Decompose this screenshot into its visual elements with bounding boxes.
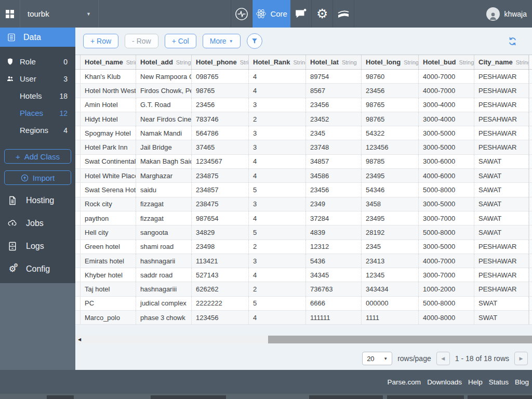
- cell-hotel_lat[interactable]: 2349: [306, 197, 362, 211]
- cell-hotel_rank[interactable]: 3: [249, 254, 306, 268]
- cell-hotel_name[interactable]: Hotel Park Inn: [81, 140, 136, 154]
- cell-hotel_lat[interactable]: 12312: [306, 240, 362, 254]
- cell-city_name[interactable]: SWAT: [474, 311, 529, 324]
- cell-hotel_bud[interactable]: 3000-4000: [419, 112, 474, 126]
- column-header-hotel_phone[interactable]: Hotel_phoneString: [192, 55, 249, 69]
- cell-hotel_add[interactable]: sangoota: [136, 225, 192, 239]
- vertical-scrollbar-track[interactable]: [529, 282, 532, 296]
- cell-hotel_name[interactable]: Khyber hotel: [81, 268, 136, 282]
- cell-hotel_phone[interactable]: 234857: [192, 183, 249, 196]
- sidebar-item-hosting[interactable]: Hosting: [0, 189, 75, 212]
- sidebar-item-hotels[interactable]: Hotels18: [0, 87, 75, 104]
- cell-hotel_bud[interactable]: 3000-4000: [419, 98, 474, 112]
- cell-hotel_bud[interactable]: 1000-2000: [419, 282, 474, 296]
- cell-hotel_lat[interactable]: 2345: [306, 126, 362, 140]
- cell-city_name[interactable]: SAWAT: [474, 197, 529, 211]
- footer-link-help[interactable]: Help: [468, 378, 483, 386]
- cell-hotel_bud[interactable]: 3000-5000: [419, 140, 474, 154]
- cell-hotel_add[interactable]: Makan Bagh Saidu S...: [136, 155, 192, 168]
- cell-hotel_long[interactable]: 98785: [362, 155, 419, 168]
- cell-hotel_bud[interactable]: 3000-5000: [419, 126, 474, 140]
- cell-hotel_long[interactable]: 2345: [362, 240, 419, 254]
- filter-button[interactable]: [247, 33, 262, 49]
- cell-hotel_phone[interactable]: 113421: [192, 254, 249, 268]
- cell-hotel_phone[interactable]: 98765: [192, 84, 249, 97]
- table-row[interactable]: Khyber hotelsaddr road527143434345123453…: [75, 268, 532, 282]
- cell-hotel_lat[interactable]: 34586: [306, 169, 362, 182]
- cell-hotel_long[interactable]: 23495: [362, 211, 419, 225]
- vertical-scrollbar-track[interactable]: [529, 84, 532, 97]
- sidebar-item-places[interactable]: Places12: [0, 104, 75, 122]
- cell-hotel_phone[interactable]: 123456: [192, 311, 249, 324]
- vertical-scrollbar-track[interactable]: [529, 197, 532, 211]
- cell-hotel_phone[interactable]: 37465: [192, 140, 249, 154]
- cell-hotel_name[interactable]: Hotel North West He...: [81, 84, 136, 97]
- column-header-hotel_long[interactable]: Hotel_longString: [362, 55, 419, 69]
- cell-hotel_phone[interactable]: 1234567: [192, 155, 249, 168]
- cell-city_name[interactable]: PESHAWAR: [474, 240, 529, 254]
- cell-hotel_phone[interactable]: 23456: [192, 98, 249, 112]
- cell-hotel_phone[interactable]: 564786: [192, 126, 249, 140]
- vertical-scrollbar-track[interactable]: [529, 155, 532, 168]
- cell-hotel_name[interactable]: Khan's Klub: [81, 70, 136, 83]
- cell-hotel_lat[interactable]: 4839: [306, 225, 362, 239]
- cell-hotel_long[interactable]: 54322: [362, 126, 419, 140]
- column-header-city_name[interactable]: City_nameString: [474, 55, 529, 69]
- cell-hotel_bud[interactable]: 3000-6000: [419, 155, 474, 168]
- cell-hotel_lat[interactable]: 89754: [306, 70, 362, 83]
- rows-per-page-select[interactable]: 20 ▼: [362, 352, 392, 365]
- cell-hotel_rank[interactable]: 4: [249, 211, 306, 225]
- vertical-scrollbar-track[interactable]: [529, 254, 532, 268]
- sidebar-item-jobs[interactable]: Jobs: [0, 212, 75, 235]
- cell-hotel_rank[interactable]: 3: [249, 140, 306, 154]
- cell-hotel_add[interactable]: Firdos Chowk, Pesh...: [136, 84, 192, 97]
- table-row[interactable]: Hotel White PlaceMarghazar23487543458623…: [75, 169, 532, 183]
- cell-hotel_add[interactable]: phase 3 chowk: [136, 311, 192, 324]
- cell-hotel_bud[interactable]: 5000-8000: [419, 183, 474, 196]
- docs-button[interactable]: [333, 0, 354, 28]
- sidebar-item-regions[interactable]: Regions4: [0, 122, 75, 139]
- cell-hotel_lat[interactable]: 6666: [306, 297, 362, 310]
- cell-hotel_long[interactable]: 98765: [362, 98, 419, 112]
- table-row[interactable]: Green hotelshami road2349821231223453000…: [75, 240, 532, 254]
- column-header-hotel_add[interactable]: Hotel_addString: [136, 55, 192, 69]
- vertical-scrollbar-track[interactable]: [529, 311, 532, 324]
- table-row[interactable]: Emirats hotelhashnagarii1134213543623413…: [75, 254, 532, 268]
- cell-hotel_bud[interactable]: 3000-5000: [419, 240, 474, 254]
- cell-city_name[interactable]: SAWAT: [474, 225, 529, 239]
- table-row[interactable]: Swat Continental Ho...Makan Bagh Saidu S…: [75, 155, 532, 169]
- cell-city_name[interactable]: PESHAWAR: [474, 254, 529, 268]
- add-class-button[interactable]: + Add Class: [4, 149, 71, 164]
- cell-hotel_rank[interactable]: 2: [249, 282, 306, 296]
- footer-link-status[interactable]: Status: [489, 378, 509, 386]
- cell-hotel_name[interactable]: Marco_polo: [81, 311, 136, 324]
- cell-hotel_long[interactable]: 98765: [362, 112, 419, 126]
- cell-hotel_rank[interactable]: 5: [249, 297, 306, 310]
- scroll-left-arrow-icon[interactable]: ◀: [75, 337, 84, 342]
- cell-hotel_bud[interactable]: 4000-6000: [419, 169, 474, 182]
- tab-core[interactable]: Core: [252, 0, 290, 28]
- cell-hotel_bud[interactable]: 4000-7000: [419, 84, 474, 97]
- cell-city_name[interactable]: PESHAWAR: [474, 98, 529, 112]
- cell-hotel_rank[interactable]: 3: [249, 98, 306, 112]
- cell-hotel_add[interactable]: fizzagat: [136, 197, 192, 211]
- column-header-hotel_name[interactable]: Hotel_nameString: [81, 55, 136, 69]
- vertical-scrollbar-track[interactable]: [529, 70, 532, 83]
- cell-hotel_bud[interactable]: 3000-5000: [419, 197, 474, 211]
- table-row[interactable]: PCjudical complex2222222566660000005000-…: [75, 297, 532, 311]
- cell-hotel_add[interactable]: Jail Bridge: [136, 140, 192, 154]
- table-row[interactable]: Hidyt HotelNear Firdos Cinema78374622345…: [75, 112, 532, 126]
- table-row[interactable]: Taj hotelhashnagariii6262622736763343434…: [75, 282, 532, 296]
- table-row[interactable]: Swat Serena Hotelsaidu234857523456543465…: [75, 183, 532, 197]
- cell-hotel_bud[interactable]: 4000-7000: [419, 254, 474, 268]
- cell-hotel_lat[interactable]: 5436: [306, 254, 362, 268]
- vertical-scrollbar-track[interactable]: [529, 297, 532, 310]
- cell-city_name[interactable]: PESHAWAR: [474, 84, 529, 97]
- cell-hotel_lat[interactable]: 34857: [306, 155, 362, 168]
- cell-hotel_lat[interactable]: 8567: [306, 84, 362, 97]
- cell-hotel_add[interactable]: saidu: [136, 183, 192, 196]
- cell-hotel_long[interactable]: 23413: [362, 254, 419, 268]
- cell-hotel_name[interactable]: Amin Hotel: [81, 98, 136, 112]
- cell-city_name[interactable]: PESHAWAR: [474, 282, 529, 296]
- vertical-scrollbar-track[interactable]: [529, 225, 532, 239]
